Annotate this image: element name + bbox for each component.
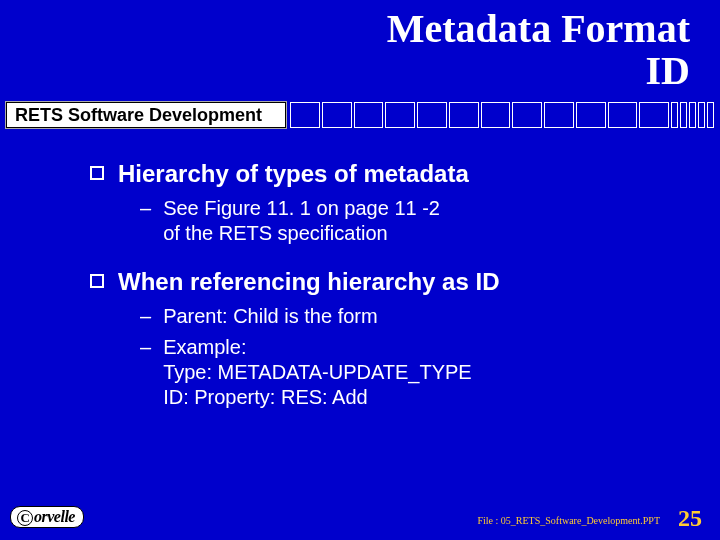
logo-c-icon: C <box>17 510 33 526</box>
slide-body: Hierarchy of types of metadata – See Fig… <box>90 160 680 416</box>
bullet-2-sub-1-text: Parent: Child is the form <box>163 304 378 329</box>
footer-file-label: File : 05_RETS_Software_Development.PPT <box>478 515 661 526</box>
bullet-1-heading: Hierarchy of types of metadata <box>118 160 469 188</box>
decorative-stripes <box>290 102 714 128</box>
dash-icon: – <box>140 196 151 221</box>
bullet-1-sub-1-text: See Figure 11. 1 on page 11 -2 of the RE… <box>163 196 440 246</box>
subtitle-box: RETS Software Development <box>6 102 286 128</box>
dash-icon: – <box>140 335 151 360</box>
title-line-1: Metadata Format <box>387 6 690 51</box>
logo-badge: Corvelle <box>10 506 84 528</box>
page-number: 25 <box>678 505 702 532</box>
subtitle-text: RETS Software Development <box>15 105 262 126</box>
slide-title: Metadata Format ID <box>387 8 690 92</box>
bullet-1: Hierarchy of types of metadata <box>90 160 680 188</box>
subtitle-bar: RETS Software Development <box>0 102 720 130</box>
bullet-2-sub-2: – Example: Type: METADATA-UPDATE_TYPE ID… <box>140 335 680 410</box>
bullet-2-sub-2-text: Example: Type: METADATA-UPDATE_TYPE ID: … <box>163 335 472 410</box>
bullet-2: When referencing hierarchy as ID <box>90 268 680 296</box>
square-bullet-icon <box>90 166 104 180</box>
bullet-1-sub-1: – See Figure 11. 1 on page 11 -2 of the … <box>140 196 680 246</box>
square-bullet-icon <box>90 274 104 288</box>
bullet-2-sub-1: – Parent: Child is the form <box>140 304 680 329</box>
bullet-2-heading: When referencing hierarchy as ID <box>118 268 499 296</box>
dash-icon: – <box>140 304 151 329</box>
title-line-2: ID <box>646 48 690 93</box>
logo-text: orvelle <box>34 508 75 525</box>
